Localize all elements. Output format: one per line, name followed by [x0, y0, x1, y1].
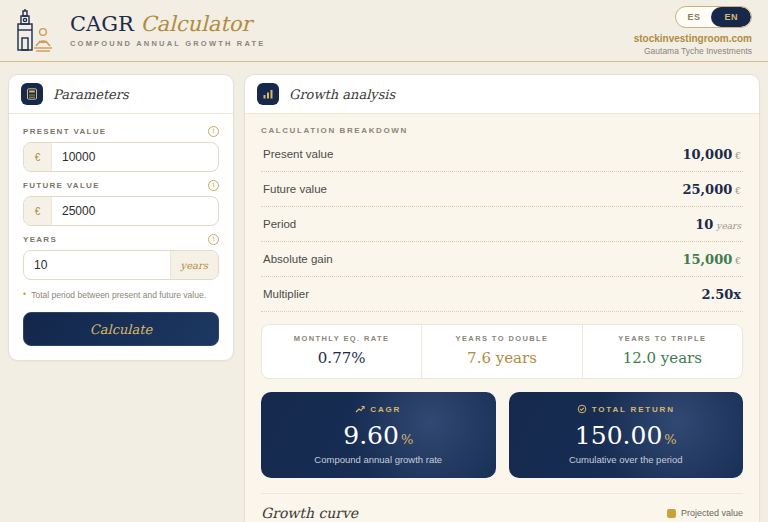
present-value-field: PRESENT VALUE i € — [23, 126, 219, 172]
calculator-icon — [21, 83, 43, 105]
analysis-title: Growth analysis — [289, 87, 395, 102]
breakdown-row: Multiplier 2.50x — [261, 277, 743, 312]
breakdown-row: Period 10years — [261, 207, 743, 242]
future-value-input[interactable] — [52, 197, 218, 225]
total-return-card: TOTAL RETURN 150.00% Cumulative over the… — [509, 392, 744, 478]
cagr-caption: Compound annual growth rate — [271, 454, 486, 465]
years-label: YEARS — [23, 235, 57, 244]
future-value-label: FUTURE VALUE — [23, 181, 100, 190]
present-value-label: PRESENT VALUE — [23, 127, 106, 136]
info-icon[interactable]: i — [208, 126, 219, 137]
brand-text: CAGR Calculator COMPOUND ANNUAL GROWTH R… — [70, 13, 266, 48]
stat-years-to-triple: YEARS TO TRIPLE 12.0 years — [582, 325, 742, 378]
parameters-body: PRESENT VALUE i € FUTURE VALUE i € — [9, 114, 233, 346]
note-text: Total period between present and future … — [31, 290, 206, 300]
info-icon[interactable]: i — [208, 234, 219, 245]
lang-es-button[interactable]: ES — [676, 7, 711, 27]
app-header: CAGR Calculator COMPOUND ANNUAL GROWTH R… — [0, 0, 768, 62]
header-right: ES EN stockinvestingroom.com Gautama Tyc… — [634, 6, 752, 56]
euro-prefix: € — [24, 197, 52, 225]
target-icon — [577, 404, 587, 414]
trending-up-icon — [355, 404, 365, 414]
years-input[interactable] — [24, 251, 170, 279]
years-note: • Total period between present and futur… — [23, 290, 219, 300]
cagr-label: CAGR — [370, 405, 401, 414]
parameters-title: Parameters — [53, 87, 129, 102]
future-value-field: FUTURE VALUE i € — [23, 180, 219, 226]
app-subtitle: COMPOUND ANNUAL GROWTH RATE — [70, 39, 266, 48]
cagr-value: 9.60 — [343, 421, 399, 450]
note-bullet-icon: • — [23, 290, 26, 299]
parameters-panel: Parameters PRESENT VALUE i € FUTURE VALU… — [8, 74, 234, 361]
parameters-header: Parameters — [9, 75, 233, 114]
years-suffix: years — [170, 251, 218, 279]
total-return-caption: Cumulative over the period — [519, 454, 734, 465]
analysis-header: Growth analysis — [245, 75, 759, 114]
stat-monthly-rate: MONTHLY EQ. RATE 0.77% — [262, 325, 421, 378]
breakdown-row: Present value 10,000€ — [261, 137, 743, 172]
total-return-value: 150.00 — [575, 421, 662, 450]
stats-row: MONTHLY EQ. RATE 0.77% YEARS TO DOUBLE 7… — [261, 324, 743, 379]
site-name: stockinvestingroom.com — [634, 33, 752, 44]
app-title-accent: Calculator — [141, 12, 252, 36]
brand: CAGR Calculator COMPOUND ANNUAL GROWTH R… — [12, 8, 266, 54]
projected-value-legend: Projected value — [667, 508, 743, 518]
breakdown-title: CALCULATION BREAKDOWN — [261, 126, 743, 137]
info-icon[interactable]: i — [208, 180, 219, 191]
language-toggle[interactable]: ES EN — [675, 6, 752, 28]
breakdown-row: Absolute gain 15,000€ — [261, 242, 743, 277]
growth-curve-section: Growth curve Projected value — [261, 493, 743, 521]
logo-icon — [12, 8, 58, 54]
euro-prefix: € — [24, 143, 52, 171]
bar-chart-icon — [257, 83, 279, 105]
breakdown-row: Future value 25,000€ — [261, 172, 743, 207]
cagr-card: CAGR 9.60% Compound annual growth rate — [261, 392, 496, 478]
lang-en-button[interactable]: EN — [711, 7, 751, 27]
main-content: Parameters PRESENT VALUE i € FUTURE VALU… — [0, 62, 768, 522]
years-field: YEARS i years — [23, 234, 219, 280]
analysis-body: CALCULATION BREAKDOWN Present value 10,0… — [245, 114, 759, 522]
growth-curve-title: Growth curve — [261, 505, 358, 521]
analysis-panel: Growth analysis CALCULATION BREAKDOWN Pr… — [244, 74, 760, 522]
legend-label: Projected value — [681, 508, 743, 518]
calculate-button[interactable]: Calculate — [23, 312, 219, 346]
highlight-cards: CAGR 9.60% Compound annual growth rate T… — [261, 392, 743, 478]
total-return-label: TOTAL RETURN — [592, 405, 675, 414]
present-value-input[interactable] — [52, 143, 218, 171]
legend-swatch-icon — [667, 509, 676, 518]
app-title: CAGR Calculator — [70, 13, 266, 36]
company-name: Gautama Tyche Investments — [634, 46, 752, 56]
stat-years-to-double: YEARS TO DOUBLE 7.6 years — [421, 325, 581, 378]
